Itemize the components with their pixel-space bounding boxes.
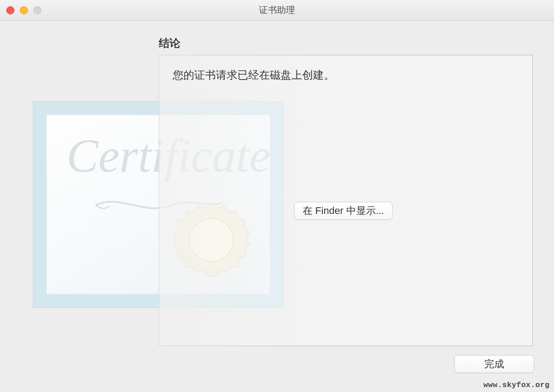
done-label: 完成 <box>484 357 504 371</box>
done-button[interactable]: 完成 <box>454 355 534 373</box>
window-title: 证书助理 <box>259 4 295 16</box>
show-in-finder-label: 在 Finder 中显示... <box>303 204 384 218</box>
watermark-text: www.skyfox.org <box>483 381 550 389</box>
zoom-icon <box>33 6 41 14</box>
status-message: 您的证书请求已经在磁盘上创建。 <box>173 68 335 82</box>
traffic-lights <box>6 6 41 14</box>
window-titlebar: 证书助理 <box>0 0 554 21</box>
minimize-icon[interactable] <box>20 6 28 14</box>
show-in-finder-button[interactable]: 在 Finder 中显示... <box>294 202 393 220</box>
content-panel: 您的证书请求已经在磁盘上创建。 在 Finder 中显示... <box>159 55 533 346</box>
close-icon[interactable] <box>6 6 14 14</box>
page-title: 结论 <box>159 36 180 50</box>
